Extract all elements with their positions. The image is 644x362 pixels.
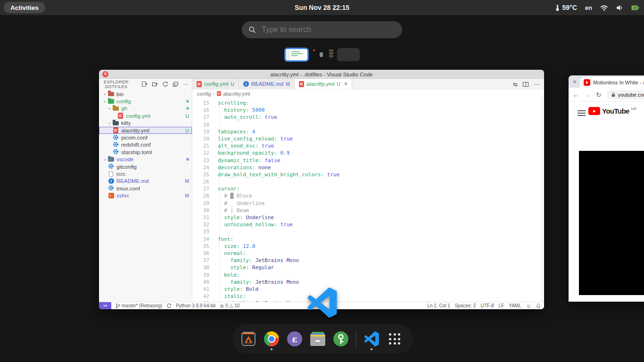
dock-item-vscode[interactable] bbox=[363, 331, 380, 347]
system-tray[interactable]: 59°C en bbox=[555, 0, 639, 15]
dock-item-chrome[interactable] bbox=[264, 331, 280, 347]
status-spaces-2[interactable]: Spaces: 2 bbox=[455, 303, 476, 308]
code-line-20: 20live_config_reload: true bbox=[192, 135, 544, 142]
tab-README.md[interactable]: iREADME.mdM bbox=[239, 79, 295, 89]
code-text: scrolling: bbox=[214, 99, 249, 107]
tree-item-label: starship.toml bbox=[121, 149, 152, 155]
editor-scrollbar[interactable] bbox=[540, 98, 544, 302]
info-icon: i bbox=[107, 178, 115, 184]
line-number: 19 bbox=[192, 128, 214, 135]
new-file-icon[interactable] bbox=[141, 81, 148, 87]
url-text: youtube.com/wa bbox=[618, 92, 644, 98]
temperature-indicator: 59°C bbox=[555, 4, 577, 11]
gear-icon bbox=[107, 185, 115, 192]
workspace-thumbnail-1[interactable] bbox=[284, 48, 309, 62]
tab-close-icon[interactable]: × bbox=[344, 81, 347, 87]
code-editor[interactable]: 15scrolling:16 history: 500017 auto_scro… bbox=[192, 98, 544, 302]
back-button[interactable]: ← bbox=[572, 91, 579, 99]
vscode-titlebar: × alacritty.yml - .dotfiles - Visual Stu… bbox=[99, 70, 544, 79]
dock-item-app-grid[interactable] bbox=[387, 331, 403, 347]
chrome-tab-strip: × Motionless In White - / bbox=[569, 75, 644, 88]
more-actions-icon[interactable]: ⋯ bbox=[183, 81, 189, 88]
code-text: style: Bold bbox=[214, 286, 258, 293]
git-branch-status[interactable]: master* (Rebasing) bbox=[116, 303, 162, 309]
refresh-icon[interactable] bbox=[162, 81, 168, 87]
tree-item-bin[interactable]: ›bin bbox=[99, 90, 192, 98]
gear-icon bbox=[107, 163, 115, 170]
search-input[interactable] bbox=[261, 25, 396, 34]
clock[interactable]: Sun Nov 28 22:15 bbox=[0, 0, 644, 15]
status-utf-8[interactable]: UTF-8 bbox=[480, 303, 494, 308]
forward-button[interactable]: → bbox=[584, 91, 591, 99]
split-editor-icon[interactable] bbox=[523, 82, 528, 87]
tree-item-alacritty.yml[interactable]: ›alacritty.ymlU bbox=[99, 127, 192, 134]
folder-icon bbox=[107, 157, 115, 162]
workspace-thumbnail-2[interactable] bbox=[312, 48, 334, 61]
code-line-36: 36 normal: bbox=[192, 250, 544, 257]
problems-status[interactable]: ⊘0△10 bbox=[220, 303, 239, 309]
tab-close-icon[interactable]: × bbox=[573, 78, 577, 85]
line-number: 23 bbox=[192, 157, 214, 164]
tree-item-gitconfig[interactable]: ›gitconfig bbox=[99, 163, 192, 170]
tree-item-config.yml[interactable]: ›config.ymlU bbox=[99, 112, 192, 119]
more-actions-icon[interactable]: ⋯ bbox=[534, 81, 540, 88]
breadcrumb-folder[interactable]: config bbox=[197, 91, 211, 97]
sync-icon[interactable] bbox=[166, 303, 172, 308]
address-bar[interactable]: youtube.com/wa bbox=[607, 90, 644, 99]
tree-item-config[interactable]: ›config bbox=[99, 98, 192, 105]
tree-item-redshift.conf[interactable]: ›redshift.conf bbox=[99, 141, 192, 148]
gear-icon bbox=[112, 148, 119, 156]
yaml-file-icon bbox=[299, 81, 304, 87]
tree-item-label: gh bbox=[121, 106, 127, 111]
code-text: size: 12.0 bbox=[214, 243, 255, 250]
tab-alacritty.yml[interactable]: alacritty.ymlU× bbox=[295, 79, 352, 89]
running-indicator bbox=[371, 348, 372, 350]
video-player[interactable] bbox=[579, 151, 644, 295]
vscode-window[interactable]: × alacritty.yml - .dotfiles - Visual Stu… bbox=[99, 70, 544, 309]
chevron-icon: › bbox=[107, 106, 112, 111]
dock-item-files[interactable] bbox=[310, 331, 326, 347]
code-text: # _ Underline bbox=[214, 200, 264, 207]
tree-item-gh[interactable]: ›gh bbox=[99, 105, 192, 112]
tree-item-rcrc[interactable]: ›rcrc bbox=[99, 170, 192, 177]
chrome-active-tab[interactable]: Motionless In White - / bbox=[580, 77, 644, 88]
wifi-icon bbox=[600, 5, 608, 11]
menu-icon[interactable] bbox=[578, 110, 586, 117]
breadcrumb-file[interactable]: alacritty.yml bbox=[223, 91, 250, 97]
youtube-favicon bbox=[584, 79, 590, 86]
file-icon bbox=[107, 171, 115, 177]
tree-item-zshrc[interactable]: ›>_zshrcM bbox=[99, 192, 192, 199]
status-python-3-9-9-64-bit[interactable]: Python 3.9.9 64-bit bbox=[176, 303, 215, 308]
notifications-icon[interactable] bbox=[536, 303, 541, 309]
search-box[interactable] bbox=[242, 21, 402, 38]
file-tree: ›bin›config›gh›config.ymlU›kitty›alacrit… bbox=[99, 90, 192, 302]
remote-indicator[interactable]: >< bbox=[99, 302, 111, 310]
tab-config.yml[interactable]: config.ymlU bbox=[192, 79, 239, 89]
tree-item-tmux.conf[interactable]: ›tmux.conf bbox=[99, 185, 192, 192]
git-status-badge: U bbox=[185, 113, 189, 119]
open-changes-icon[interactable]: ⇆ bbox=[513, 81, 518, 88]
collapse-all-icon[interactable] bbox=[173, 81, 179, 87]
tree-item-starship.toml[interactable]: ›starship.toml bbox=[99, 148, 192, 156]
breadcrumb[interactable]: config › alacritty.yml bbox=[192, 90, 544, 98]
dock-item-emacs[interactable]: ε bbox=[287, 331, 303, 347]
tree-item-picom.conf[interactable]: ›picom.conf bbox=[99, 134, 192, 141]
chrome-window[interactable]: × Motionless In White - / ← → ↻ youtube.… bbox=[569, 75, 644, 302]
vscode-app-badge-icon[interactable] bbox=[307, 288, 337, 318]
status-lf[interactable]: LF bbox=[499, 303, 504, 308]
dock-item-alacritty[interactable] bbox=[240, 331, 256, 347]
reload-button[interactable]: ↻ bbox=[596, 91, 602, 99]
workspace-thumbnail-3[interactable] bbox=[337, 48, 360, 61]
code-line-21: 21alt_send_esc: true bbox=[192, 142, 544, 149]
dock-item-passwords-keys[interactable] bbox=[333, 331, 349, 347]
feedback-icon[interactable]: ☺ bbox=[526, 303, 531, 309]
code-line-40: 40 family: JetBrains Mono bbox=[192, 279, 544, 286]
tree-item-vscode[interactable]: ›vscode bbox=[99, 156, 192, 163]
status-yaml[interactable]: YAML bbox=[509, 303, 521, 308]
new-folder-icon[interactable] bbox=[152, 81, 158, 87]
status-ln-1-col-1[interactable]: Ln 1, Col 1 bbox=[427, 303, 450, 308]
youtube-logo[interactable]: YouTube UA bbox=[588, 107, 636, 115]
tree-item-kitty[interactable]: ›kitty bbox=[99, 120, 192, 127]
keyboard-layout-indicator[interactable]: en bbox=[585, 4, 592, 11]
tree-item-README.md[interactable]: ›iREADME.mdM bbox=[99, 178, 192, 185]
